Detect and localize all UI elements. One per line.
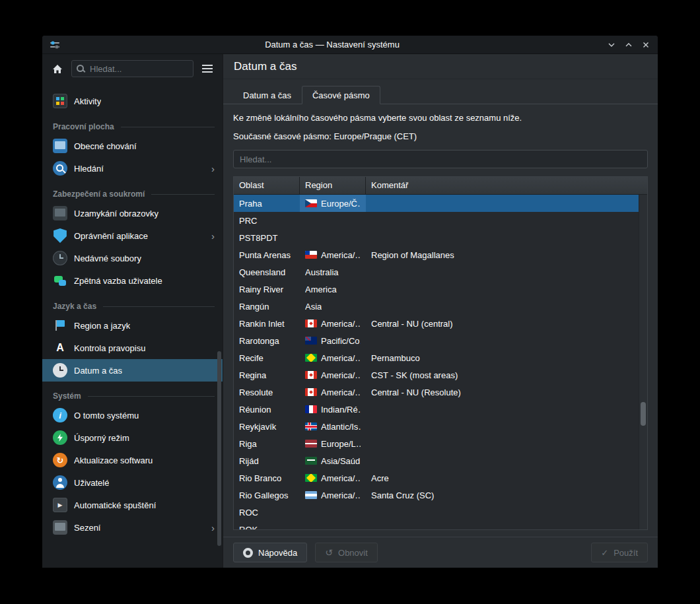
sidebar-section-label: Systém [53,391,81,401]
table-row[interactable]: ROK [234,521,647,529]
cell-komentar [366,332,647,349]
cell-komentar: Acre [366,469,647,487]
cell-region: Asia [300,298,366,315]
flag-ck-icon [305,337,317,345]
sidebar-search[interactable] [71,60,193,77]
sidebar-item-uzamykani-obrazovky[interactable]: Uzamykání obrazovky [42,202,223,224]
software-update-icon: ↻ [53,453,67,467]
region-text: America/… [321,387,361,397]
table-row[interactable]: RéunionIndian/Ré… [234,401,647,418]
table-row[interactable]: Rankin InletAmerica/…Central - NU (centr… [234,315,647,332]
sidebar-item-label: O tomto systému [74,411,139,420]
help-button[interactable]: Nápověda [233,543,307,562]
sidebar-item-aktivity[interactable]: Aktivity [42,90,223,112]
sidebar-item-automaticke-spusteni[interactable]: ▶Automatické spuštění [42,494,223,516]
cell-komentar [366,401,647,418]
table-row[interactable]: RijádAsia/Saúd… [234,452,647,469]
column-header-komentar[interactable]: Komentář [366,177,647,194]
table-header: Oblast Region Komentář [234,177,647,195]
sidebar-item-sezeni[interactable]: Sezení› [42,516,223,539]
system-settings-app-icon [49,39,61,51]
table-row[interactable]: RigaEurope/L… [234,435,647,452]
sidebar-search-input[interactable] [88,63,188,75]
sidebar-item-zpetna-vazba-uzivatele[interactable]: Zpětná vazba uživatele [42,269,223,292]
sidebar-item-aktualizace-softwaru[interactable]: ↻Aktualizace softwaru [42,449,223,471]
cell-oblast: Réunion [234,401,300,418]
cell-komentar [366,504,647,521]
sidebar-item-datum-a-cas[interactable]: Datum a čas [42,359,223,382]
cell-oblast: Punta Arenas [234,246,300,263]
flag-lv-icon [305,440,317,448]
close-button[interactable] [638,38,654,52]
sidebar-item-usporny-rezim[interactable]: Úsporný režim [42,426,223,449]
user-feedback-icon [53,273,67,288]
search-icon [77,65,85,73]
tab-datum-a-cas[interactable]: Datum a čas [232,86,302,104]
home-button[interactable] [49,60,66,77]
table-row[interactable]: RecifeAmerica/…Pernambuco [234,349,647,366]
cell-oblast: Queensland [234,263,300,281]
titlebar[interactable]: Datum a čas — Nastavení systému [42,36,658,54]
region-text: Europe/Č… [321,199,361,209]
table-row[interactable]: ReykjavíkAtlantic/Is… [234,418,647,435]
cell-oblast: Recife [234,349,300,366]
timezone-search-input[interactable] [233,150,648,168]
sidebar-item-obecne-chovani[interactable]: Obecné chování [42,135,223,157]
cell-oblast: PRC [234,212,300,229]
table-row[interactable]: ResoluteAmerica/…Central - NU (Resolute) [234,384,647,401]
column-header-region[interactable]: Region [300,177,366,194]
tab-casove-pasmo[interactable]: Časové pásmo [302,86,380,104]
table-row[interactable]: PRC [234,212,647,229]
hamburger-menu-button[interactable] [199,60,216,77]
sidebar-item-nedavne-soubory[interactable]: Nedávné soubory [42,247,223,269]
region-text: Asia/Saúd… [321,456,361,466]
cell-region: Indian/Ré… [300,401,366,418]
cell-region: Europe/L… [300,435,366,452]
table-row[interactable]: ReginaAmerica/…CST - SK (most areas) [234,366,647,384]
search-settings-icon [53,161,67,176]
table-row[interactable]: Rio BrancoAmerica/…Acre [234,469,647,487]
cell-oblast: Rangún [234,298,300,315]
sidebar-item-uzivatele[interactable]: Uživatelé [42,471,223,494]
sidebar-item-kontrola-pravopisu[interactable]: AKontrola pravopisu [42,337,223,359]
table-row[interactable]: PST8PDT [234,229,647,246]
page-title: Datum a čas [234,60,297,73]
sidebar-item-label: Automatické spuštění [74,500,156,510]
column-header-oblast[interactable]: Oblast [234,177,300,194]
table-scrollbar[interactable] [639,195,647,529]
cell-region [300,212,366,229]
apply-button[interactable]: ✓ Použít [591,543,648,562]
table-row[interactable]: Rainy RiverAmerica [234,281,647,298]
cell-komentar: Central - NU (central) [366,315,647,332]
flag-br-icon [305,354,317,362]
timezone-tab-content: Ke změně lokálního časového pásma vybert… [223,104,658,537]
table-scrollbar-handle[interactable] [641,402,646,426]
page-header: Datum a čas [223,54,658,79]
sidebar-item-hledani[interactable]: Hledání› [42,157,223,180]
maximize-button[interactable] [621,38,637,52]
sidebar-item-region-a-jazyk[interactable]: Region a jazyk [42,314,223,337]
table-row[interactable]: PrahaEurope/Č… [234,195,647,212]
sidebar-item-label: Nedávné soubory [74,253,141,263]
table-row[interactable]: Rio GallegosAmerica/…Santa Cruz (SC) [234,487,647,504]
sidebar-item-label: Aktualizace softwaru [74,455,153,465]
flag-ar-icon [305,491,317,499]
region-text: Indian/Ré… [321,405,361,415]
table-row[interactable]: QueenslandAustralia [234,263,647,281]
table-row[interactable]: ROC [234,504,647,521]
table-row[interactable]: RarotongaPacific/Co… [234,332,647,349]
cell-region: America/… [300,349,366,366]
sidebar-scrollbar[interactable] [217,351,221,546]
reset-button[interactable]: ↺ Obnovit [315,543,378,562]
region-text: Australia [305,267,339,277]
region-language-icon [53,318,67,333]
minimize-button[interactable] [604,38,619,52]
sidebar-item-opravneni-aplikace[interactable]: Oprávnění aplikace› [42,224,223,247]
sidebar-item-o-tomto-systemu[interactable]: iO tomto systému [42,404,223,426]
region-text: America/… [321,319,361,329]
table-row[interactable]: Punta ArenasAmerica/…Region of Magallane… [234,246,647,263]
cell-region: America/… [300,469,366,487]
table-row[interactable]: RangúnAsia [234,298,647,315]
sidebar-item-label: Sezení [74,523,100,533]
flag-sa-icon [305,457,317,465]
